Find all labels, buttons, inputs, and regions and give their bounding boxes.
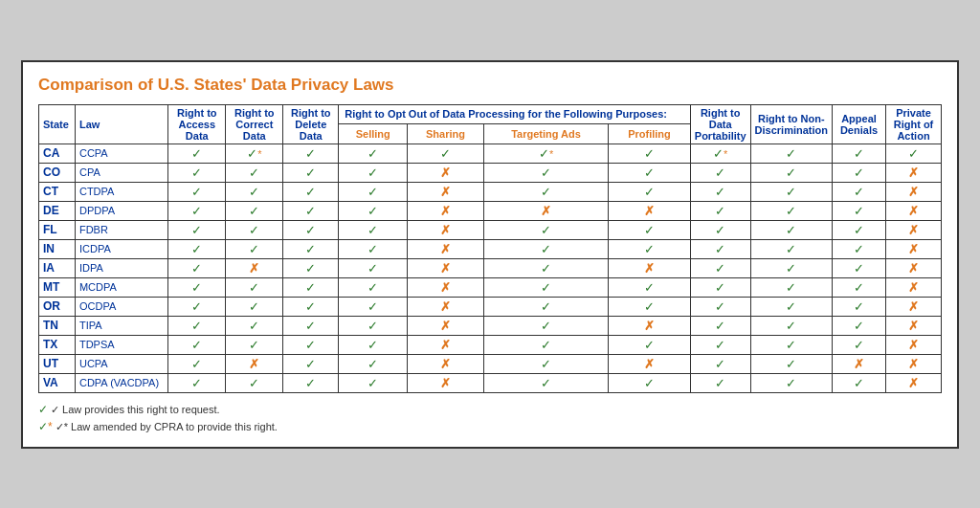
check-icon: ✓ — [305, 338, 316, 352]
check-icon: ✓ — [191, 299, 202, 314]
cell-selling: ✓ — [339, 354, 408, 373]
cell-portability: ✓ — [690, 220, 750, 239]
cell-sharing: ✗ — [408, 258, 484, 277]
cell-portability: ✓ — [690, 373, 750, 392]
cell-correct: ✗ — [226, 258, 283, 277]
cell-law: UCPA — [75, 354, 167, 373]
cell-access: ✓ — [168, 201, 226, 220]
col-profiling: Profiling — [609, 124, 691, 144]
cell-selling: ✓ — [339, 201, 408, 220]
cell-state: CO — [39, 163, 76, 182]
cell-targeting: ✓ — [483, 239, 608, 258]
cell-selling: ✓ — [339, 373, 408, 392]
cell-correct: ✓ — [226, 220, 283, 239]
check-icon: ✓ — [305, 204, 316, 218]
check-icon: ✓ — [368, 319, 378, 333]
cell-sharing: ✗ — [408, 297, 484, 316]
check-icon: ✓ — [249, 223, 259, 237]
cross-icon: ✗ — [440, 376, 451, 390]
legend-check-star: ✓* ✓* Law amended by CPRA to provide thi… — [38, 420, 942, 433]
cell-correct: ✓ — [226, 239, 283, 258]
check-icon: ✓ — [541, 242, 551, 256]
cell-private: ✗ — [886, 182, 942, 201]
cell-access: ✓ — [168, 354, 226, 373]
check-icon: ✓ — [368, 223, 378, 237]
cell-law: CDPA (VACDPA) — [75, 373, 167, 392]
cross-icon: ✗ — [440, 299, 451, 314]
check-icon: ✓ — [541, 280, 551, 295]
check-icon: ✓ — [644, 376, 655, 390]
cell-delete: ✓ — [283, 144, 339, 163]
cell-state: CT — [39, 182, 76, 201]
cross-icon: ✗ — [644, 357, 655, 371]
check-icon: ✓ — [368, 146, 378, 161]
cell-law: CPA — [75, 163, 167, 182]
cell-targeting: ✓ — [483, 220, 608, 239]
cell-targeting: ✓ — [483, 277, 608, 297]
cell-profiling: ✓ — [609, 277, 691, 297]
cell-state: CA — [39, 144, 76, 163]
cell-access: ✓ — [168, 258, 226, 277]
cell-targeting: ✓ — [483, 182, 608, 201]
cell-private: ✗ — [886, 163, 942, 182]
cell-access: ✓ — [168, 297, 226, 316]
cell-law: ICDPA — [75, 239, 167, 258]
cross-icon: ✗ — [908, 242, 919, 256]
check-icon: ✓ — [541, 357, 551, 371]
cell-selling: ✓ — [339, 144, 408, 163]
cell-state: TN — [39, 316, 76, 335]
check-icon: ✓ — [191, 242, 202, 256]
cell-sharing: ✗ — [408, 277, 484, 297]
check-icon: ✓ — [539, 146, 549, 161]
cell-selling: ✓ — [339, 258, 408, 277]
cell-portability: ✓ — [690, 335, 750, 354]
cell-delete: ✓ — [283, 220, 339, 239]
cell-nondisc: ✓ — [750, 239, 832, 258]
cell-profiling: ✓ — [609, 144, 691, 163]
table-row: UT UCPA ✓ ✗ ✓ ✓ ✗ ✓ ✗ ✓ ✓ ✗ ✗ — [39, 354, 942, 373]
check-icon: ✓ — [305, 319, 316, 333]
check-icon: ✓ — [715, 280, 725, 295]
cell-portability: ✓ — [690, 163, 750, 182]
cell-state: TX — [39, 335, 76, 354]
check-icon: ✓ — [305, 146, 316, 161]
cell-targeting: ✓ — [483, 373, 608, 392]
cell-profiling: ✓ — [609, 239, 691, 258]
check-icon: ✓ — [368, 299, 378, 314]
check-icon: ✓ — [713, 146, 724, 161]
cell-appeal: ✓ — [833, 239, 886, 258]
col-appeal: Appeal Denials — [833, 104, 886, 144]
cell-delete: ✓ — [283, 182, 339, 201]
check-icon: ✓ — [305, 299, 316, 314]
cell-portability: ✓ — [690, 182, 750, 201]
cross-icon: ✗ — [908, 319, 919, 333]
check-icon: ✓ — [715, 338, 725, 352]
legend-check-star-icon: ✓ — [38, 420, 48, 433]
check-icon: ✓ — [644, 242, 655, 256]
cross-icon: ✗ — [908, 338, 919, 352]
cross-icon: ✗ — [908, 166, 919, 180]
check-icon: ✓ — [715, 261, 725, 276]
check-icon: ✓ — [368, 166, 378, 180]
table-row: TX TDPSA ✓ ✓ ✓ ✓ ✗ ✓ ✓ ✓ ✓ ✓ ✗ — [39, 335, 942, 354]
cell-nondisc: ✓ — [750, 335, 832, 354]
check-icon: ✓ — [541, 185, 551, 199]
check-icon: ✓ — [305, 261, 316, 276]
cell-private: ✗ — [886, 297, 942, 316]
cell-targeting: ✓* — [483, 144, 608, 163]
cell-portability: ✓ — [690, 297, 750, 316]
check-icon: ✓ — [644, 280, 655, 295]
cell-private: ✗ — [886, 258, 942, 277]
check-icon: ✓ — [854, 185, 864, 199]
cell-delete: ✓ — [283, 335, 339, 354]
check-icon: ✓ — [368, 376, 378, 390]
cell-sharing: ✗ — [408, 373, 484, 392]
check-icon: ✓ — [644, 299, 655, 314]
check-icon: ✓ — [541, 319, 551, 333]
cell-portability: ✓ — [690, 239, 750, 258]
cell-correct: ✓ — [226, 297, 283, 316]
cross-icon: ✗ — [644, 204, 655, 218]
cell-appeal: ✓ — [833, 258, 886, 277]
check-icon: ✓ — [305, 376, 316, 390]
table-row: IA IDPA ✓ ✗ ✓ ✓ ✗ ✓ ✗ ✓ ✓ ✓ ✗ — [39, 258, 942, 277]
